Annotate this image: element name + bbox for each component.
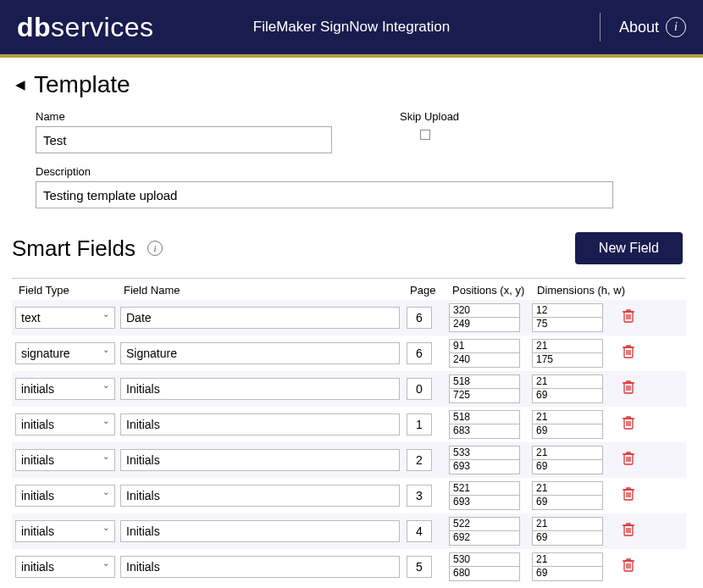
delete-icon[interactable]	[622, 522, 635, 541]
header-title: FileMaker SignNow Integration	[253, 19, 450, 36]
position-x-input[interactable]: 521	[449, 481, 520, 496]
column-headers: Field Type Field Name Page Positions (x,…	[12, 279, 686, 300]
logo-light: services	[51, 12, 153, 42]
page-input[interactable]: 6	[407, 307, 432, 329]
position-x-input[interactable]: 518	[449, 410, 520, 424]
dimension-w-input[interactable]: 75	[532, 318, 603, 332]
name-input[interactable]	[36, 126, 332, 153]
dimension-h-input[interactable]: 21	[532, 410, 603, 424]
chevron-down-icon: ⌄	[102, 345, 109, 354]
dimension-h-input[interactable]: 21	[532, 374, 603, 389]
field-type-select[interactable]: initials⌄	[15, 520, 115, 542]
table-row: initials⌄Initials55306802169	[12, 549, 686, 585]
position-x-input[interactable]: 522	[449, 517, 520, 531]
delete-icon[interactable]	[622, 344, 635, 363]
chevron-down-icon: ⌄	[102, 558, 109, 568]
back-button[interactable]: ◀	[12, 77, 29, 92]
logo: dbservices	[17, 12, 153, 43]
page-input[interactable]: 6	[407, 342, 432, 364]
col-page: Page	[410, 284, 452, 297]
dimension-w-input[interactable]: 175	[532, 353, 603, 368]
position-y-input[interactable]: 680	[449, 567, 520, 581]
page-title: Template	[34, 71, 130, 98]
field-type-select[interactable]: initials⌄	[15, 378, 115, 400]
page-input[interactable]: 2	[407, 449, 432, 471]
skip-upload-label: Skip Upload	[400, 110, 459, 123]
table-row: initials⌄Initials35216932169	[12, 478, 686, 513]
page-input[interactable]: 3	[407, 485, 432, 507]
col-field-type: Field Type	[19, 284, 124, 297]
delete-icon[interactable]	[622, 308, 635, 328]
field-name-input[interactable]: Initials	[120, 449, 400, 471]
field-name-input[interactable]: Initials	[120, 520, 400, 542]
delete-icon[interactable]	[622, 557, 635, 577]
field-name-input[interactable]: Initials	[120, 485, 400, 507]
field-type-select[interactable]: initials⌄	[15, 556, 115, 578]
logo-bold: db	[17, 12, 51, 42]
dimension-w-input[interactable]: 69	[532, 531, 603, 546]
about-button[interactable]: About i	[600, 13, 686, 42]
position-x-input[interactable]: 530	[449, 552, 520, 567]
table-row: initials⌄Initials05187252169	[12, 371, 686, 407]
dimension-h-input[interactable]: 21	[532, 339, 603, 353]
position-x-input[interactable]: 320	[449, 303, 520, 318]
col-positions: Positions (x, y)	[452, 284, 537, 297]
delete-icon[interactable]	[622, 380, 635, 399]
field-type-select[interactable]: initials⌄	[15, 485, 115, 507]
field-name-input[interactable]: Initials	[120, 413, 400, 435]
position-x-input[interactable]: 533	[449, 446, 520, 460]
page-input[interactable]: 0	[407, 378, 432, 400]
position-x-input[interactable]: 518	[449, 374, 520, 389]
dimension-w-input[interactable]: 69	[532, 567, 603, 581]
dimension-w-input[interactable]: 69	[532, 424, 603, 439]
field-type-select[interactable]: initials⌄	[15, 413, 115, 435]
dimension-w-input[interactable]: 69	[532, 460, 603, 474]
position-x-input[interactable]: 91	[449, 339, 520, 353]
chevron-down-icon: ⌄	[102, 380, 109, 390]
table-row: signature⌄Signature69124021175	[12, 336, 686, 371]
chevron-down-icon: ⌄	[102, 487, 109, 496]
table-row: initials⌄Initials15186832169	[12, 407, 686, 442]
delete-icon[interactable]	[622, 486, 635, 506]
field-name-input[interactable]: Signature	[120, 342, 400, 364]
field-type-select[interactable]: initials⌄	[15, 449, 115, 471]
table-row: initials⌄Initials25336932169	[12, 442, 686, 478]
page-input[interactable]: 4	[407, 520, 432, 542]
dimension-h-input[interactable]: 21	[532, 446, 603, 460]
field-name-input[interactable]: Initials	[120, 556, 400, 578]
field-type-select[interactable]: text⌄	[15, 307, 115, 329]
position-y-input[interactable]: 249	[449, 318, 520, 332]
col-dimensions: Dimensions (h, w)	[537, 284, 630, 297]
field-type-select[interactable]: signature⌄	[15, 342, 115, 364]
skip-upload-checkbox[interactable]	[420, 130, 430, 140]
page-input[interactable]: 1	[407, 413, 432, 435]
delete-icon[interactable]	[622, 415, 635, 435]
dimension-h-input[interactable]: 21	[532, 517, 603, 531]
chevron-down-icon: ⌄	[102, 452, 109, 461]
field-name-input[interactable]: Date	[120, 307, 400, 329]
app-header: dbservices FileMaker SignNow Integration…	[0, 0, 703, 58]
info-icon[interactable]: i	[147, 241, 163, 256]
dimension-w-input[interactable]: 69	[532, 496, 603, 510]
delete-icon[interactable]	[622, 451, 635, 470]
description-label: Description	[36, 165, 686, 178]
position-y-input[interactable]: 692	[449, 531, 520, 546]
dimension-h-input[interactable]: 12	[532, 303, 603, 318]
info-icon: i	[666, 17, 686, 37]
table-row: initials⌄Initials45226922169	[12, 513, 686, 549]
position-y-input[interactable]: 683	[449, 424, 520, 439]
chevron-down-icon: ⌄	[102, 416, 109, 425]
position-y-input[interactable]: 240	[449, 353, 520, 368]
position-y-input[interactable]: 693	[449, 460, 520, 474]
position-y-input[interactable]: 693	[449, 496, 520, 510]
dimension-h-input[interactable]: 21	[532, 552, 603, 567]
smart-fields-title: Smart Fields	[12, 236, 136, 262]
page-input[interactable]: 5	[407, 556, 432, 578]
new-field-button[interactable]: New Field	[575, 232, 683, 264]
field-name-input[interactable]: Initials	[120, 378, 400, 400]
dimension-h-input[interactable]: 21	[532, 481, 603, 496]
dimension-w-input[interactable]: 69	[532, 389, 603, 403]
chevron-down-icon: ⌄	[102, 309, 109, 319]
description-input[interactable]	[36, 181, 613, 208]
position-y-input[interactable]: 725	[449, 389, 520, 403]
